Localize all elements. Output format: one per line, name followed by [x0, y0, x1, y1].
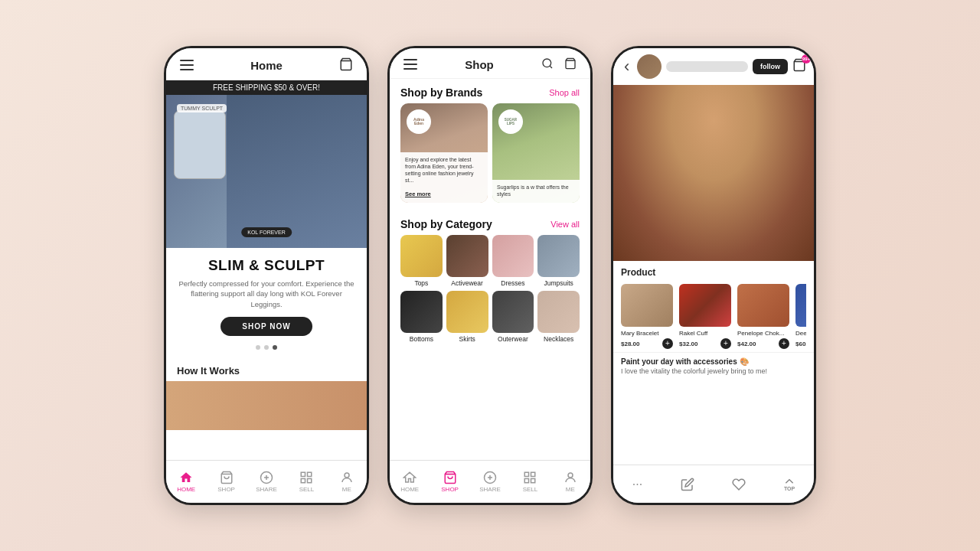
- follow-button[interactable]: follow: [753, 59, 788, 74]
- free-shipping-banner: FREE SHIPPING $50 & OVER!: [166, 80, 367, 95]
- bottom-nav: HOME SHOP SHARE SELL ME: [166, 460, 367, 503]
- shop-now-button[interactable]: SHOP NOW: [220, 317, 312, 336]
- svg-rect-22: [525, 472, 529, 476]
- shop-nav-shop[interactable]: SHOP: [430, 471, 469, 493]
- sugarlips-text: Sugarlips is a w that offers the styles: [497, 184, 575, 197]
- caption-text: Paint your day with accessories 🎨: [621, 357, 806, 366]
- profile-cart[interactable]: 99+: [792, 58, 806, 75]
- model-photo: [613, 85, 814, 261]
- svg-rect-13: [403, 64, 417, 65]
- view-all-link[interactable]: View all: [550, 220, 580, 229]
- phone-shop: Shop Shop by Brands Shop all AdinaEden E…: [387, 46, 593, 505]
- profile-nav-edit[interactable]: [681, 478, 694, 491]
- shop-nav-share-label: SHARE: [479, 486, 501, 493]
- phone-profile: ‹ follow 99+ Product Mary Bracelet $28.0…: [611, 46, 816, 505]
- svg-rect-24: [525, 479, 529, 483]
- nav-home-label: HOME: [177, 486, 195, 493]
- menu-icon[interactable]: [178, 57, 195, 74]
- search-icon[interactable]: [540, 56, 555, 73]
- more-icon: ···: [632, 478, 642, 491]
- svg-rect-2: [180, 69, 194, 70]
- brand-card-adina[interactable]: AdinaEden Enjoy and explore the latest f…: [400, 103, 488, 203]
- hero-banner: TUMMY SCULPT KOL FOREVER: [166, 95, 367, 248]
- carousel-dots: [178, 345, 354, 350]
- necklaces-img: [537, 291, 580, 333]
- activewear-img: [446, 235, 488, 277]
- nav-share[interactable]: SHARE: [247, 471, 286, 493]
- product-price-row-0: $28.00 +: [621, 338, 673, 349]
- brand-card-sugarlips[interactable]: SUGARLIPS Sugarlips is a w that offers t…: [492, 103, 580, 203]
- profile-name-bar: [666, 61, 748, 72]
- add-product-0[interactable]: +: [662, 338, 673, 349]
- hero-subtitle: Perfectly compressed for your comfort. E…: [178, 279, 354, 309]
- svg-rect-0: [180, 60, 194, 61]
- bottoms-img: [400, 291, 443, 333]
- category-section-header: Shop by Category View all: [390, 210, 590, 235]
- product-thumb-1: [679, 284, 731, 327]
- svg-point-26: [568, 473, 573, 478]
- adina-logo: AdinaEden: [407, 109, 431, 134]
- shop-menu-icon[interactable]: [402, 57, 419, 73]
- hero-text-block: SLIM & SCULPT Perfectly compressed for y…: [166, 248, 367, 357]
- category-outerwear[interactable]: Outerwear: [492, 291, 534, 343]
- product-price-row-1: $32.00 +: [679, 338, 731, 349]
- category-bottoms[interactable]: Bottoms: [400, 291, 443, 343]
- product-section-title: Product: [621, 267, 806, 278]
- product-price-row-3: $60.00 +: [795, 338, 806, 349]
- cart-count-badge: 99+: [802, 54, 811, 64]
- product-section: Product Mary Bracelet $28.00 + Rakel Cuf…: [613, 261, 814, 352]
- tops-label: Tops: [414, 279, 428, 287]
- svg-rect-18: [445, 474, 456, 475]
- profile-nav-more[interactable]: ···: [632, 478, 642, 491]
- product-thumbnail: [174, 110, 226, 179]
- sugarlips-desc: Sugarlips is a w that offers the styles: [492, 180, 580, 203]
- nav-me[interactable]: ME: [327, 471, 367, 493]
- shop-content: Shop by Brands Shop all AdinaEden Enjoy …: [390, 79, 590, 491]
- profile-nav-like[interactable]: [732, 478, 746, 491]
- back-button[interactable]: ‹: [621, 55, 632, 78]
- category-skirts[interactable]: Skirts: [446, 291, 488, 343]
- shop-nav-me[interactable]: ME: [550, 471, 590, 493]
- shop-all-link[interactable]: Shop all: [549, 88, 580, 97]
- add-product-1[interactable]: +: [720, 338, 731, 349]
- shop-page-title: Shop: [465, 58, 494, 71]
- category-activewear[interactable]: Activewear: [446, 235, 488, 287]
- product-thumb-3: [795, 284, 806, 327]
- shop-nav-sell[interactable]: SELL: [510, 471, 550, 493]
- nav-me-label: ME: [342, 486, 351, 493]
- product-price-3: $60.00: [795, 341, 806, 347]
- add-product-2[interactable]: +: [779, 338, 789, 349]
- category-title: Shop by Category: [400, 218, 492, 230]
- skirts-label: Skirts: [459, 335, 475, 343]
- profile-nav-top[interactable]: TOP: [784, 478, 795, 491]
- sugarlips-logo: SUGARLIPS: [498, 109, 523, 134]
- cart-icon[interactable]: [338, 56, 354, 75]
- nav-sell[interactable]: SELL: [286, 471, 326, 493]
- product-card-2: Penelope Chok... $42.00 +: [737, 284, 789, 349]
- category-dresses[interactable]: Dresses: [492, 235, 534, 287]
- svg-rect-8: [308, 472, 312, 476]
- category-necklaces[interactable]: Necklaces: [537, 291, 580, 343]
- product-price-row-2: $42.00 +: [737, 338, 789, 349]
- how-it-works-image: [166, 381, 367, 430]
- necklaces-label: Necklaces: [544, 335, 573, 343]
- category-tops[interactable]: Tops: [400, 235, 443, 287]
- shop-nav-home[interactable]: HOME: [390, 471, 430, 493]
- svg-rect-10: [308, 479, 312, 483]
- category-jumpsuits[interactable]: Jumpsuits: [537, 235, 580, 287]
- shop-nav-share[interactable]: SHARE: [470, 471, 510, 493]
- hero-bg: [227, 95, 367, 248]
- avatar: [637, 54, 662, 79]
- shop-top-bar: Shop: [390, 48, 590, 79]
- svg-rect-25: [531, 479, 535, 483]
- product-thumb-0: [621, 284, 673, 327]
- product-name-3: Deepa...: [795, 330, 806, 337]
- svg-point-11: [345, 473, 349, 478]
- nav-home[interactable]: HOME: [166, 471, 206, 493]
- shop-nav-sell-label: SELL: [523, 486, 538, 493]
- nav-shop[interactable]: SHOP: [206, 471, 246, 493]
- nav-shop-label: SHOP: [217, 486, 235, 493]
- see-more-adina[interactable]: See more: [405, 191, 431, 197]
- profile-hero-photo: [613, 85, 814, 261]
- shop-cart-icon[interactable]: [563, 56, 578, 73]
